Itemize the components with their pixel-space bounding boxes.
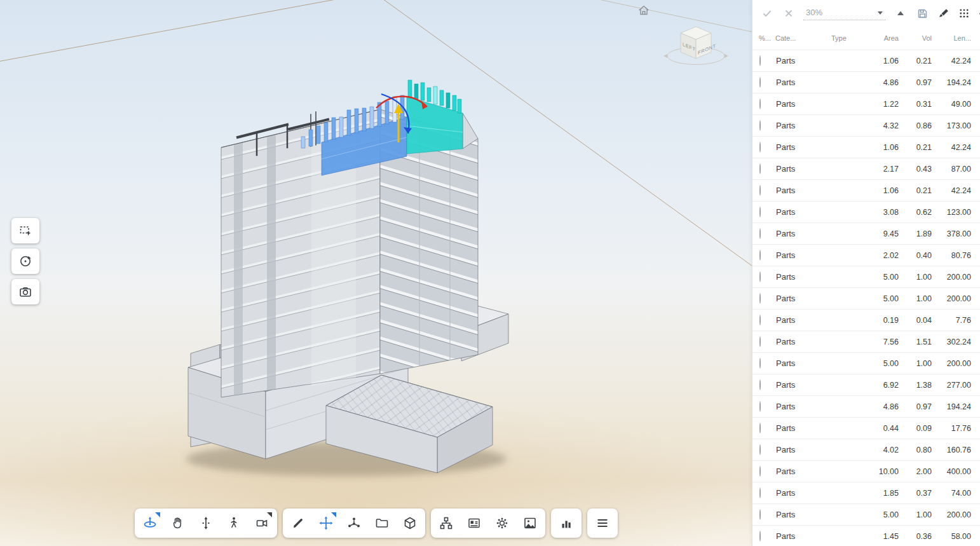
row-len: 7.76 (932, 316, 971, 325)
elevation-tool-button[interactable] (192, 508, 220, 538)
structure-tool-button[interactable] (432, 508, 460, 538)
row-category: Parts (775, 99, 831, 109)
row-len: 200.00 (932, 359, 971, 368)
row-select-radio[interactable] (759, 77, 761, 88)
home-view-button[interactable] (636, 3, 652, 19)
table-row[interactable]: Parts 5.00 1.00 200.00 (752, 287, 980, 309)
explode-tool-button[interactable] (340, 508, 368, 538)
table-row[interactable]: Parts 2.17 0.43 87.00 (752, 158, 980, 179)
row-select-radio[interactable] (759, 250, 761, 261)
row-select-radio[interactable] (759, 336, 761, 347)
table-row[interactable]: Parts 10.00 2.00 400.00 (752, 460, 980, 482)
col-len[interactable]: Len... (932, 34, 971, 42)
save-button[interactable] (915, 6, 929, 20)
percent-dropdown[interactable]: 30% (803, 6, 886, 20)
row-select-radio[interactable] (759, 531, 761, 542)
table-row[interactable]: Parts 1.06 0.21 42.24 (752, 50, 980, 71)
row-select-radio[interactable] (759, 271, 761, 282)
row-select-radio[interactable] (759, 293, 761, 304)
pan-tool-button[interactable] (164, 508, 192, 538)
row-select-radio[interactable] (759, 401, 761, 412)
table-row[interactable]: Parts 3.08 0.62 123.00 (752, 201, 980, 222)
camera-views-button[interactable] (248, 508, 276, 538)
cancel-button[interactable] (782, 6, 796, 20)
confirm-button[interactable] (760, 6, 774, 20)
table-row[interactable]: Parts 2.02 0.40 80.76 (752, 244, 980, 266)
table-row[interactable]: Parts 1.45 0.36 58.00 (752, 525, 980, 546)
render-tool-button[interactable] (516, 508, 544, 538)
row-len: 42.24 (932, 186, 971, 195)
row-select-radio[interactable] (759, 423, 761, 433)
col-percent[interactable]: %... (752, 34, 775, 42)
reports-tool-button[interactable] (552, 508, 580, 538)
table-row[interactable]: Parts 4.32 0.86 173.00 (752, 114, 980, 136)
row-area: 4.86 (866, 78, 899, 87)
reports-tool-group (551, 508, 582, 538)
row-select-radio[interactable] (759, 444, 761, 455)
row-vol: 0.37 (899, 489, 932, 498)
row-select-radio[interactable] (759, 185, 761, 196)
row-vol: 0.04 (899, 316, 932, 325)
files-tool-button[interactable] (368, 508, 396, 538)
properties-tool-button[interactable] (460, 508, 488, 538)
row-category: Parts (775, 272, 831, 282)
layout-grid-button[interactable] (957, 6, 971, 20)
table-row[interactable]: Parts 5.00 1.00 200.00 (752, 352, 980, 374)
marquee-zoom-button[interactable] (11, 218, 39, 243)
settings-tool-button[interactable] (488, 508, 516, 538)
move-tool-button[interactable] (312, 508, 340, 538)
main-menu-button[interactable] (589, 508, 616, 538)
walk-tool-button[interactable] (220, 508, 248, 538)
table-row[interactable]: Parts 9.45 1.89 378.00 (752, 222, 980, 244)
table-row[interactable]: Parts 1.06 0.21 42.24 (752, 179, 980, 201)
row-select-radio[interactable] (759, 163, 761, 174)
row-area: 3.08 (866, 208, 899, 217)
col-type[interactable]: Type (831, 34, 866, 42)
col-area[interactable]: Area (866, 34, 899, 42)
snapshot-button[interactable] (11, 279, 39, 304)
table-row[interactable]: Parts 5.00 1.00 200.00 (752, 503, 980, 525)
table-row[interactable]: Parts 0.19 0.04 7.76 (752, 309, 980, 331)
navigation-tool-group (135, 508, 277, 538)
row-select-radio[interactable] (759, 466, 761, 477)
table-row[interactable]: Parts 4.86 0.97 194.24 (752, 71, 980, 93)
row-select-radio[interactable] (759, 228, 761, 239)
orbit-mode-button[interactable] (11, 249, 39, 274)
table-row[interactable]: Parts 4.86 0.97 194.24 (752, 395, 980, 417)
row-select-radio[interactable] (759, 55, 761, 66)
row-area: 6.92 (866, 381, 899, 390)
row-select-radio[interactable] (759, 509, 761, 520)
row-select-radio[interactable] (759, 315, 761, 325)
orbit-tool-button[interactable] (136, 508, 164, 538)
col-vol[interactable]: Vol (899, 34, 932, 42)
table-row[interactable]: Parts 1.85 0.37 74.00 (752, 482, 980, 503)
table-row[interactable]: Parts 7.56 1.51 302.24 (752, 331, 980, 352)
models-tool-button[interactable] (396, 508, 424, 538)
row-area: 1.85 (866, 489, 899, 498)
parts-table-header: %... Cate... Type Area Vol Len... (752, 27, 980, 50)
table-row[interactable]: Parts 6.92 1.38 277.00 (752, 374, 980, 395)
scene-3d-model[interactable] (0, 0, 752, 546)
row-select-radio[interactable] (759, 379, 761, 390)
table-row[interactable]: Parts 1.22 0.31 49.00 (752, 93, 980, 114)
row-select-radio[interactable] (759, 488, 761, 498)
table-row[interactable]: Parts 0.44 0.09 17.76 (752, 417, 980, 439)
row-area: 5.00 (866, 359, 899, 368)
row-select-radio[interactable] (759, 99, 761, 109)
nav-cube[interactable]: LEFT FRONT (663, 19, 730, 71)
row-vol: 0.36 (899, 532, 932, 541)
row-select-radio[interactable] (759, 358, 761, 369)
markup-tool-button[interactable] (284, 508, 312, 538)
row-vol: 0.97 (899, 402, 932, 411)
paint-button[interactable] (936, 6, 950, 20)
viewport-3d[interactable]: LEFT FRONT (0, 0, 752, 546)
row-select-radio[interactable] (759, 120, 761, 131)
collapse-up-button[interactable] (894, 6, 908, 20)
row-select-radio[interactable] (759, 142, 761, 153)
row-select-radio[interactable] (759, 207, 761, 217)
table-row[interactable]: Parts 4.02 0.80 160.76 (752, 439, 980, 460)
table-row[interactable]: Parts 5.00 1.00 200.00 (752, 266, 980, 287)
table-row[interactable]: Parts 1.06 0.21 42.24 (752, 136, 980, 158)
col-category[interactable]: Cate... (775, 34, 831, 42)
folder-icon (374, 515, 390, 531)
